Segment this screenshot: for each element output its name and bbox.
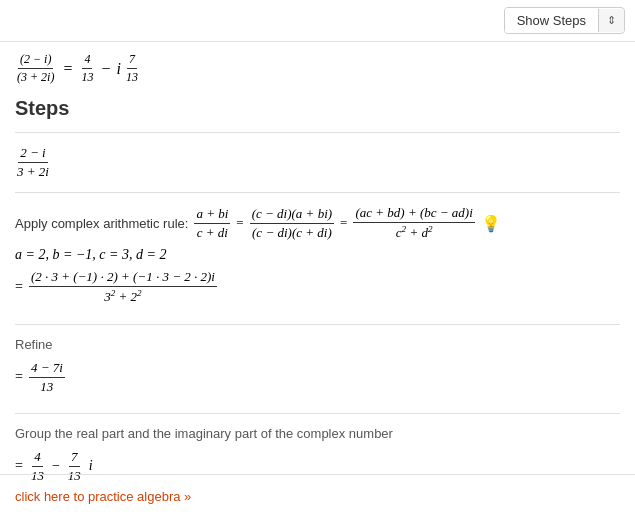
substitution-frac: (2 · 3 + (−1) · 2) + (−1 · 3 − 2 · 2)i 3… <box>29 269 217 305</box>
rule-frac3: (ac + bd) + (bc − ad)i c2 + d2 <box>353 205 474 241</box>
variables-line: a = 2, b = −1, c = 3, d = 2 <box>15 247 620 263</box>
refine-label: Refine <box>15 337 620 352</box>
refine-section: Refine = 4 − 7i 13 <box>15 324 620 409</box>
bulb-icon[interactable]: 💡 <box>481 214 501 233</box>
show-steps-button[interactable]: Show Steps ⇕ <box>504 7 625 34</box>
top-result-frac1: 4 13 <box>79 52 95 85</box>
step1-section: Apply complex arithmetic rule: a + bi c … <box>15 192 620 320</box>
main-content: (2 − i) (3 + 2i) = 4 13 − i 7 13 <box>0 42 635 512</box>
rule-frac2: (c − di)(a + bi) (c − di)(c + di) <box>250 206 334 241</box>
apply-rule-row: Apply complex arithmetic rule: a + bi c … <box>15 205 620 241</box>
rule-frac1: a + bi c + di <box>194 206 230 241</box>
top-equation: (2 − i) (3 + 2i) = 4 13 − i 7 13 <box>15 52 620 85</box>
apply-label: Apply complex arithmetic rule: <box>15 216 188 231</box>
substitution-row: = (2 · 3 + (−1) · 2) + (−1 · 3 − 2 · 2)i… <box>15 269 620 305</box>
step0-section: 2 − i 3 + 2i <box>15 132 620 188</box>
step0-fraction: 2 − i 3 + 2i <box>15 152 51 169</box>
top-equation-text: (2 − i) (3 + 2i) = 4 13 − i 7 13 <box>15 58 140 75</box>
top-result-frac2: 7 13 <box>124 52 140 85</box>
practice-link[interactable]: click here to practice algebra » <box>15 489 191 504</box>
refine-frac: 4 − 7i 13 <box>29 360 65 395</box>
top-fraction: (2 − i) (3 + 2i) <box>15 52 56 85</box>
show-steps-arrow-icon: ⇕ <box>598 9 624 32</box>
header-bar: Show Steps ⇕ <box>0 0 635 42</box>
refine-eq-row: = 4 − 7i 13 <box>15 360 620 395</box>
steps-heading: Steps <box>15 97 620 120</box>
show-steps-label: Show Steps <box>505 8 598 33</box>
practice-link-bar: click here to practice algebra » <box>0 474 635 517</box>
group-label: Group the real part and the imaginary pa… <box>15 426 620 441</box>
